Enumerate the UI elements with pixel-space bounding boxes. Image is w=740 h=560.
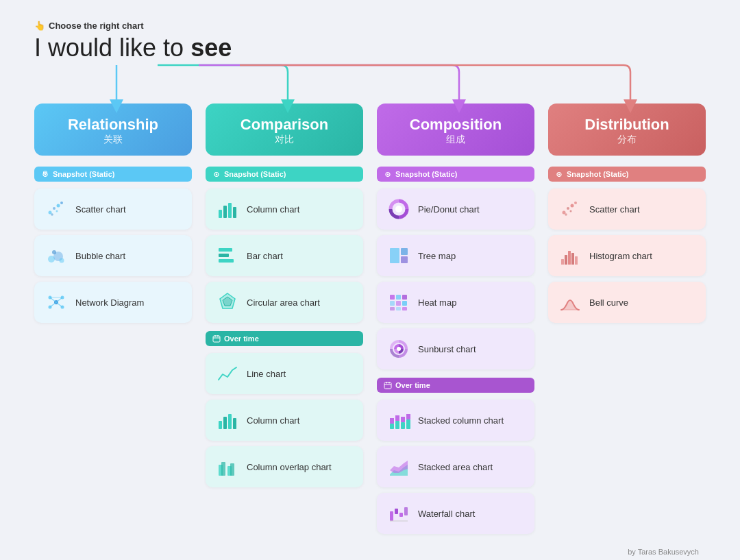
chart-item-heatmap[interactable]: Heat map — [377, 282, 534, 323]
svg-rect-60 — [396, 307, 401, 311]
chart-item-bubble[interactable]: Bubble chart — [34, 235, 192, 276]
column-overlap-icon — [215, 454, 240, 479]
svg-point-12 — [60, 258, 64, 263]
column-chart-icon2 — [215, 408, 240, 433]
svg-rect-39 — [223, 417, 227, 429]
category-header-comparison: Comparison 对比 — [206, 104, 363, 156]
title-bold: see — [190, 34, 232, 62]
scatter-icon — [44, 197, 69, 221]
chart-item-scatter-dist[interactable]: Scatter chart — [548, 188, 706, 230]
category-name: Distribution — [556, 116, 698, 134]
line-chart-icon — [215, 361, 240, 386]
svg-point-8 — [56, 210, 58, 212]
svg-point-47 — [387, 174, 388, 175]
camera-icon — [555, 170, 563, 178]
svg-rect-57 — [396, 301, 401, 306]
column-comparison: Comparison 对比 Snapshot (Static) Column c… — [206, 104, 363, 487]
svg-point-7 — [60, 202, 63, 204]
svg-rect-90 — [565, 255, 567, 265]
header: 👆 Choose the right chart I would like to… — [34, 21, 706, 62]
svg-rect-78 — [399, 513, 403, 517]
chart-label: Bar chart — [247, 251, 283, 261]
svg-rect-75 — [406, 414, 410, 419]
chart-label: Waterfall chart — [418, 509, 475, 519]
svg-rect-25 — [219, 210, 222, 218]
svg-rect-59 — [390, 307, 395, 311]
columns-container: Relationship 关联 Snapshot (Static) Scatte… — [34, 104, 706, 534]
pointing-icon: 👆 — [34, 21, 45, 31]
chart-label: Line chart — [247, 369, 286, 379]
chart-item-column-comp[interactable]: Column chart — [206, 188, 363, 230]
category-sub: 组成 — [385, 134, 526, 146]
svg-line-19 — [56, 297, 62, 302]
svg-rect-53 — [390, 295, 395, 300]
chart-label: Circular area chart — [247, 297, 320, 308]
chart-item-bell-curve[interactable]: Bell curve — [548, 282, 706, 323]
svg-rect-56 — [390, 301, 395, 306]
calendar-icon — [384, 381, 392, 389]
chart-item-stacked-column[interactable]: Stacked column chart — [377, 400, 534, 441]
svg-rect-41 — [233, 418, 236, 429]
category-header-distribution: Distribution 分布 — [548, 104, 706, 156]
svg-rect-69 — [390, 418, 394, 424]
svg-rect-54 — [396, 295, 401, 300]
category-name: Composition — [385, 116, 526, 134]
chart-item-column-overlap[interactable]: Column overlap chart — [206, 446, 363, 487]
svg-rect-51 — [401, 248, 408, 255]
chart-label: Sunburst chart — [418, 344, 476, 354]
chart-item-circular-area[interactable]: Circular area chart — [206, 282, 363, 323]
svg-point-49 — [395, 206, 402, 212]
chart-item-stacked-area[interactable]: Stacked area chart — [377, 446, 534, 487]
svg-line-18 — [50, 297, 56, 302]
header-title: I would like to see — [34, 34, 706, 62]
svg-rect-27 — [228, 203, 232, 218]
heatmap-icon — [386, 290, 411, 315]
svg-rect-55 — [402, 295, 407, 300]
chart-item-histogram[interactable]: Histogram chart — [548, 235, 706, 276]
network-icon — [44, 290, 69, 315]
chart-label: Network Diagram — [75, 297, 144, 308]
svg-rect-73 — [401, 417, 405, 422]
svg-rect-70 — [395, 421, 399, 429]
scatter-dist-icon — [558, 197, 582, 221]
svg-rect-31 — [219, 259, 234, 263]
svg-rect-43 — [221, 462, 225, 476]
badge-overtime-composition: Over time — [377, 378, 534, 393]
category-sub: 分布 — [556, 134, 698, 146]
svg-rect-34 — [213, 336, 220, 342]
svg-point-24 — [216, 174, 217, 175]
svg-point-88 — [570, 210, 572, 212]
chart-item-treemap[interactable]: Tree map — [377, 235, 534, 276]
calendar-icon — [212, 334, 221, 343]
chart-item-network[interactable]: Network Diagram — [34, 282, 192, 323]
header-subtitle: 👆 Choose the right chart — [34, 21, 706, 31]
chart-item-column-over-time[interactable]: Column chart — [206, 400, 363, 441]
svg-point-11 — [52, 250, 56, 254]
svg-point-84 — [567, 207, 569, 210]
chart-item-pie-donut[interactable]: Pie/Donut chart — [377, 188, 534, 230]
chart-item-waterfall[interactable]: Waterfall chart — [377, 493, 534, 534]
subtitle-text: Choose the right chart — [49, 21, 144, 31]
chart-label: Histogram chart — [589, 251, 652, 261]
sunburst-icon — [386, 337, 411, 361]
chart-item-scatter-rel[interactable]: Scatter chart — [34, 188, 192, 230]
category-header-composition: Composition 组成 — [377, 104, 534, 156]
svg-rect-89 — [561, 259, 564, 265]
svg-rect-92 — [571, 253, 574, 265]
chart-label: Column chart — [247, 204, 299, 215]
svg-rect-45 — [230, 463, 234, 476]
svg-rect-71 — [395, 415, 399, 421]
stacked-area-icon — [386, 454, 411, 479]
pie-donut-icon — [386, 197, 411, 221]
bubble-icon — [44, 243, 69, 268]
chart-item-bar-comp[interactable]: Bar chart — [206, 235, 363, 276]
chart-item-sunburst[interactable]: Sunburst chart — [377, 328, 534, 369]
svg-rect-91 — [568, 251, 571, 265]
bar-chart-icon — [215, 243, 240, 268]
svg-point-87 — [574, 202, 577, 204]
chart-item-line[interactable]: Line chart — [206, 353, 363, 394]
svg-rect-76 — [390, 511, 393, 521]
svg-point-2 — [45, 174, 46, 175]
svg-rect-28 — [233, 207, 236, 218]
svg-point-6 — [51, 214, 53, 217]
